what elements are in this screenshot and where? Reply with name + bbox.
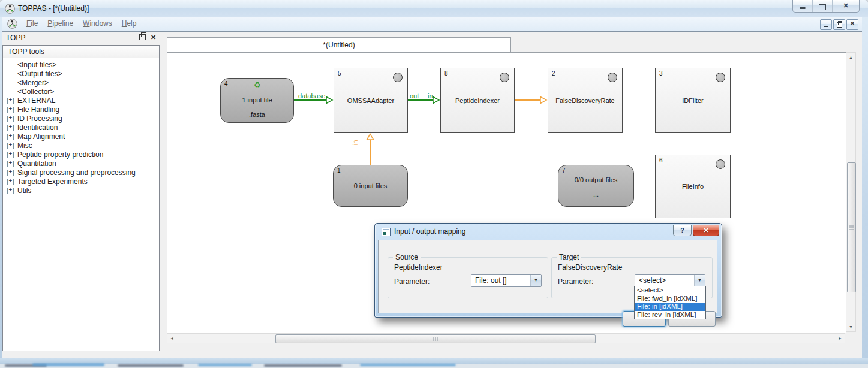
tree-item[interactable]: +Signal processing and preprocessing — [3, 168, 159, 177]
tree-header: TOPP tools — [3, 46, 159, 58]
tree-item[interactable]: +Utils — [3, 186, 159, 195]
tree-item[interactable]: +Map Alignment — [3, 132, 159, 141]
parameter-dropdown-list: <select>File: fwd_in [idXML]File: in [id… — [634, 286, 706, 319]
dialog-close-button[interactable]: ✕ — [693, 225, 719, 236]
node-text: 1 input file — [221, 96, 293, 104]
desktop-artifact — [32, 363, 104, 366]
node-label: FalseDiscoveryRate — [548, 97, 622, 104]
source-group-label: Source — [393, 253, 421, 261]
tree-branch-line — [7, 92, 14, 92]
tree-item-label: Quantitation — [17, 159, 56, 168]
document-tab[interactable]: *(Untitled) — [167, 37, 511, 53]
vertical-scrollbar[interactable]: ▲ ▼ — [846, 52, 856, 332]
node-number: 1 — [337, 167, 341, 174]
dropdown-option[interactable]: File: fwd_in [idXML] — [635, 295, 705, 303]
node-peptideindexer[interactable]: 8 PeptideIndexer — [440, 68, 515, 133]
dock-float-icon[interactable] — [139, 34, 146, 40]
desktop-artifact — [198, 364, 252, 366]
node-text: .fasta — [221, 111, 293, 118]
tree-item[interactable]: <Output files> — [3, 70, 159, 79]
mdi-minimize-button[interactable] — [820, 19, 832, 30]
node-text: 0/0 output files — [558, 176, 633, 183]
menu-pipeline[interactable]: Pipeline — [43, 17, 78, 30]
dock-close-icon[interactable]: ✕ — [151, 34, 156, 40]
tree-item[interactable]: <Collector> — [3, 88, 159, 96]
vertical-scrollbar-thumb[interactable] — [847, 162, 856, 292]
tree-item[interactable]: +File Handling — [3, 105, 159, 114]
minimize-button[interactable] — [793, 0, 812, 12]
tree-item-label: <Merger> — [17, 79, 49, 88]
dropdown-option[interactable]: File: rev_in [idXML] — [635, 311, 705, 319]
tree-item-label: Targeted Experiments — [17, 177, 88, 186]
mdi-close-icon: ✕ — [847, 20, 858, 26]
tree-branch-line — [7, 83, 14, 83]
node-text: ... — [558, 191, 633, 198]
mdi-close-button[interactable]: ✕ — [846, 19, 858, 30]
close-icon: ✕ — [833, 2, 859, 10]
menu-help[interactable]: Help — [117, 17, 142, 30]
node-label: FileInfo — [656, 183, 730, 190]
dock-panel-title: TOPP — [6, 34, 25, 42]
expand-plus-icon[interactable]: + — [7, 179, 14, 185]
status-circle — [500, 73, 509, 82]
expand-plus-icon[interactable]: + — [7, 134, 14, 140]
horizontal-scrollbar[interactable]: ◄ ► — [167, 333, 845, 343]
dropdown-option[interactable]: <select> — [635, 286, 705, 295]
scroll-up-icon[interactable]: ▲ — [846, 53, 855, 62]
node-output-files[interactable]: 7 0/0 output files ... — [558, 165, 634, 207]
tree-item[interactable]: <Input files> — [3, 61, 159, 70]
expand-plus-icon[interactable]: + — [7, 107, 14, 113]
expand-plus-icon[interactable]: + — [7, 161, 14, 167]
expand-plus-icon[interactable]: + — [7, 125, 14, 131]
dialog-help-button[interactable]: ? — [673, 225, 692, 236]
close-button[interactable]: ✕ — [832, 0, 859, 12]
menu-windows[interactable]: Windows — [78, 17, 117, 30]
scroll-left-icon[interactable]: ◄ — [167, 334, 176, 343]
node-idfilter[interactable]: 3 IDFilter — [655, 68, 731, 133]
node-label: PeptideIndexer — [441, 97, 514, 104]
dock-panel-controls: ✕ — [139, 34, 161, 40]
expand-plus-icon[interactable]: + — [7, 143, 14, 149]
tree-item[interactable]: +Identification — [3, 123, 159, 132]
app-icon — [5, 4, 15, 14]
node-number: 5 — [338, 70, 341, 77]
node-number: 7 — [562, 167, 566, 174]
node-omssaadapter[interactable]: 5 OMSSAAdapter — [334, 68, 408, 133]
menu-file[interactable]: File — [22, 17, 43, 30]
chevron-down-icon: ▼ — [530, 275, 541, 286]
target-parameter-combobox[interactable]: <select> ▼ — [635, 274, 705, 287]
node-input-file-fasta[interactable]: 4 ♻ 1 input file .fasta — [220, 78, 294, 123]
tree-branch-line — [7, 74, 14, 74]
expand-plus-icon[interactable]: + — [7, 170, 14, 176]
dropdown-option[interactable]: File: in [idXML] — [635, 303, 705, 311]
node-fileinfo[interactable]: 6 FileInfo — [655, 155, 731, 218]
node-input-files-empty[interactable]: 1 0 input files — [333, 165, 408, 207]
horizontal-scrollbar-thumb[interactable] — [275, 334, 596, 343]
source-parameter-combobox[interactable]: File: out [] ▼ — [471, 274, 542, 287]
expand-plus-icon[interactable]: + — [7, 116, 14, 122]
tree-item-label: <Collector> — [17, 88, 54, 96]
scroll-right-icon[interactable]: ► — [836, 334, 845, 343]
mdi-window-buttons: ✕ — [820, 19, 858, 30]
mdi-restore-button[interactable] — [833, 19, 845, 30]
scroll-down-icon[interactable]: ▼ — [846, 322, 855, 331]
expand-plus-icon[interactable]: + — [7, 98, 14, 104]
source-parameter-label: Parameter: — [394, 277, 430, 286]
target-group-label: Target — [557, 253, 581, 261]
status-circle — [716, 73, 725, 82]
maximize-button[interactable] — [812, 0, 832, 12]
tree-item[interactable]: +EXTERNAL — [3, 96, 159, 105]
mdi-restore-icon — [837, 22, 842, 28]
node-number: 2 — [552, 70, 555, 77]
tree-item[interactable]: +Peptide property prediction — [3, 150, 159, 159]
tree-item[interactable]: +Quantitation — [3, 159, 159, 168]
expand-plus-icon[interactable]: + — [7, 188, 14, 194]
tree-item-label: Utils — [17, 186, 31, 195]
tree-item[interactable]: +Targeted Experiments — [3, 177, 159, 186]
expand-plus-icon[interactable]: + — [7, 152, 14, 158]
tree-item[interactable]: +Misc — [3, 141, 159, 150]
tree-item[interactable]: +ID Processing — [3, 114, 159, 123]
tree-item[interactable]: <Merger> — [3, 79, 159, 88]
node-falsediscoveryrate[interactable]: 2 FalseDiscoveryRate — [548, 68, 623, 133]
mdi-minimize-icon — [824, 26, 828, 27]
